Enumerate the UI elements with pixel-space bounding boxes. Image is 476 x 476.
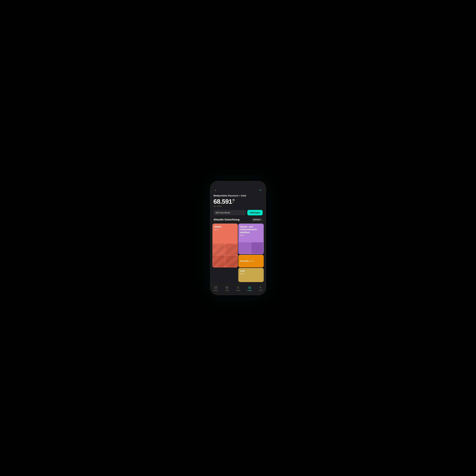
payment-selector[interactable]: 600 € pro Monat › xyxy=(214,210,246,215)
treemap-grid: Aktien 50 % Staats- und Unternehmens-anl… xyxy=(212,224,264,282)
amount-main: 68.591 xyxy=(214,198,232,205)
svg-point-9 xyxy=(260,287,261,288)
tile-anleihen[interactable]: Staats- und Unternehmens-anleihen 36 % xyxy=(238,224,264,254)
anleihen-subgrid xyxy=(238,242,264,254)
nav-item-finden[interactable]: Finden xyxy=(234,285,242,292)
wealth-icon: € xyxy=(248,286,251,289)
aktien-sub-1 xyxy=(213,244,225,255)
nav-item-credit[interactable]: Credit xyxy=(223,285,231,292)
aktien-subgrid xyxy=(212,243,238,267)
credit-icon xyxy=(225,286,229,289)
svg-line-5 xyxy=(238,288,239,289)
edit-button[interactable]: ✏ xyxy=(258,188,263,192)
nav-item-wealth[interactable]: € Wealth xyxy=(246,285,254,292)
payment-arrow-icon: › xyxy=(243,212,244,214)
screen: ‹ ✏ Weltportfolio Klassisch + Gold 68.59… xyxy=(210,181,266,295)
aktien-sub-3 xyxy=(213,256,225,267)
section-title: Aktuelle Gewichtung xyxy=(214,218,240,221)
anleihen-sub-1 xyxy=(239,242,251,254)
gold-percent: 9,5 % xyxy=(240,273,262,275)
aktien-sub-2 xyxy=(225,244,238,255)
time-ago: Vor 33 Min. xyxy=(214,205,263,207)
portfolio-title: Weltportfolio Klassisch + Gold xyxy=(214,194,263,197)
finden-label: Finden xyxy=(236,290,240,291)
anleihen-percent: 36 % xyxy=(240,234,262,236)
cents-number: 81 xyxy=(233,199,235,201)
back-button[interactable]: ‹ xyxy=(214,188,218,192)
rohstoffe-percent: 4,5 % xyxy=(249,260,254,262)
bottom-nav: Broker Credit xyxy=(210,284,266,295)
aktien-sub-4 xyxy=(225,256,238,267)
payment-row: 600 € pro Monat › Zahlungen xyxy=(214,210,263,215)
payment-text: 600 € pro Monat xyxy=(216,212,230,214)
details-button[interactable]: DETAILS xyxy=(251,218,263,221)
anleihen-sub-2 xyxy=(251,242,263,254)
profil-label: Profil xyxy=(259,290,262,291)
zahlungen-button[interactable]: Zahlungen xyxy=(247,210,263,215)
amount-row: 68.591 81 € xyxy=(214,198,263,205)
section-header: Aktuelle Gewichtung DETAILS xyxy=(210,218,266,221)
credit-label: Credit xyxy=(225,290,229,291)
header: ‹ ✏ Weltportfolio Klassisch + Gold 68.59… xyxy=(210,181,266,218)
amount-cents: 81 € xyxy=(233,198,235,203)
nav-item-broker[interactable]: Broker xyxy=(212,285,220,292)
finden-icon xyxy=(237,286,240,289)
broker-label: Broker xyxy=(214,290,218,291)
phone-frame: ‹ ✏ Weltportfolio Klassisch + Gold 68.59… xyxy=(210,181,266,295)
gold-title: Gold xyxy=(240,270,262,272)
aktien-percent: 50 % xyxy=(214,229,236,231)
broker-icon xyxy=(214,286,218,289)
phone-inner: ‹ ✏ Weltportfolio Klassisch + Gold 68.59… xyxy=(210,181,266,295)
cents-currency: € xyxy=(233,201,235,203)
anleihen-title: Staats- und Unternehmens-anleihen xyxy=(240,225,262,234)
profil-icon xyxy=(259,286,262,289)
nav-item-profil[interactable]: Profil xyxy=(257,285,264,292)
tile-gold[interactable]: Gold 9,5 % xyxy=(238,268,264,282)
aktien-title: Aktien xyxy=(214,225,236,228)
rohstoffe-title: Rohstoffe xyxy=(240,260,249,262)
wealth-label: Wealth xyxy=(247,290,252,291)
nav-row: ‹ ✏ xyxy=(214,188,263,192)
treemap-container: Aktien 50 % Staats- und Unternehmens-anl… xyxy=(210,224,266,284)
tile-rohstoffe[interactable]: Rohstoffe 4,5 % xyxy=(238,255,264,267)
tile-aktien[interactable]: Aktien 50 % xyxy=(212,224,238,267)
